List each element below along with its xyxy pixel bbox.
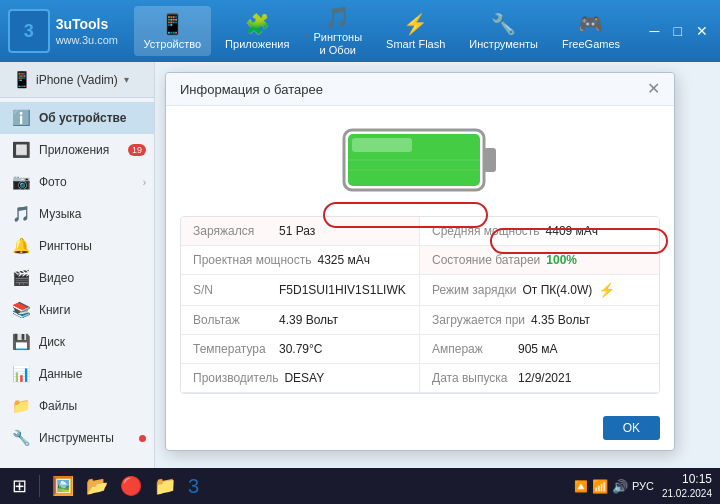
- sidebar-item-photo[interactable]: 📷 Фото ›: [0, 166, 154, 198]
- info-cell-дата-выпуска: Дата выпуска12/9/2021: [420, 364, 659, 393]
- sidebar: 📱 iPhone (Vadim) ▾ ℹ️ Об устройстве 🔲 Пр…: [0, 62, 155, 504]
- close-window-button[interactable]: ✕: [692, 21, 712, 41]
- taskbar-icon-5[interactable]: 3: [184, 473, 203, 500]
- info-cell-ампераж: Ампераж905 мА: [420, 335, 659, 364]
- smartflash-nav-icon: ⚡: [403, 12, 428, 36]
- dialog-close-button[interactable]: ✕: [647, 81, 660, 97]
- chevron-down-icon: ▾: [124, 74, 129, 85]
- sidebar-item-apps-label: Приложения: [39, 143, 109, 157]
- sidebar-item-data[interactable]: 📊 Данные: [0, 358, 154, 390]
- field-label: Дата выпуска: [432, 371, 512, 385]
- apps-badge: 19: [128, 144, 146, 156]
- taskbar-start-icon[interactable]: ⊞: [8, 473, 31, 499]
- info-cell-загружается-при: Загружается при4.35 Вольт: [420, 306, 659, 335]
- battery-dialog: Информация о батарее ✕: [165, 72, 675, 451]
- taskbar-icon-4[interactable]: 📁: [150, 473, 180, 499]
- field-label: Загружается при: [432, 313, 525, 327]
- sidebar-item-books[interactable]: 📚 Книги: [0, 294, 154, 326]
- device-nav-icon: 📱: [160, 12, 185, 36]
- apps-icon: 🔲: [12, 141, 31, 159]
- data-icon: 📊: [12, 365, 31, 383]
- taskbar-icon-1[interactable]: 🖼️: [48, 473, 78, 499]
- nav-device-label: Устройство: [144, 38, 202, 50]
- field-value: От ПК(4.0W): [523, 283, 593, 297]
- info-cell-заряжался: Заряжался51 Раз: [181, 217, 420, 246]
- taskbar: ⊞ 🖼️ 📂 🔴 📁 3 🔼 📶 🔊 РУС 10:15 21.02.2024: [0, 468, 720, 504]
- sidebar-item-apps[interactable]: 🔲 Приложения 19: [0, 134, 154, 166]
- info-cell-состояние-батареи: Состояние батареи100%: [420, 246, 659, 275]
- tools-nav-icon: 🔧: [491, 12, 516, 36]
- nav-freegames[interactable]: 🎮 FreeGames: [552, 6, 630, 56]
- nav-smartflash-label: Smart Flash: [386, 38, 445, 50]
- photo-arrow-icon: ›: [143, 177, 146, 188]
- device-selector[interactable]: 📱 iPhone (Vadim) ▾: [0, 62, 154, 98]
- nav-smartflash[interactable]: ⚡ Smart Flash: [376, 6, 455, 56]
- taskbar-right: 🔼 📶 🔊 РУС 10:15 21.02.2024: [574, 472, 712, 501]
- field-value: 100%: [546, 253, 577, 267]
- field-value: 4325 мАч: [318, 253, 371, 267]
- minimize-button[interactable]: ─: [646, 21, 664, 41]
- dialog-header: Информация о батарее ✕: [166, 73, 674, 106]
- nav-device[interactable]: 📱 Устройство: [134, 6, 212, 56]
- sidebar-items: ℹ️ Об устройстве 🔲 Приложения 19 📷 Фото …: [0, 98, 154, 504]
- maximize-button[interactable]: □: [670, 21, 686, 41]
- dialog-title: Информация о батарее: [180, 82, 323, 97]
- sidebar-item-files[interactable]: 📁 Файлы: [0, 390, 154, 422]
- taskbar-icon-3[interactable]: 🔴: [116, 473, 146, 499]
- sidebar-item-ringtones[interactable]: 🔔 Рингтоны: [0, 230, 154, 262]
- video-icon: 🎬: [12, 269, 31, 287]
- info-cell-режим-зарядки: Режим зарядкиОт ПК(4.0W)⚡: [420, 275, 659, 306]
- sidebar-item-disk-label: Диск: [39, 335, 65, 349]
- photo-icon: 📷: [12, 173, 31, 191]
- info-cell-вольтаж: Вольтаж4.39 Вольт: [181, 306, 420, 335]
- battery-visual: [180, 120, 660, 200]
- sidebar-item-music[interactable]: 🎵 Музыка: [0, 198, 154, 230]
- field-label: Производитель: [193, 371, 278, 385]
- field-label: Заряжался: [193, 224, 273, 238]
- lang-label: РУС: [632, 480, 654, 492]
- field-value: 4.35 Вольт: [531, 313, 590, 327]
- logo-icon: 3: [8, 9, 50, 53]
- ringtones-nav-icon: 🎵: [325, 5, 350, 29]
- music-icon: 🎵: [12, 205, 31, 223]
- field-value: DESAY: [284, 371, 324, 385]
- app-site: www.3u.com: [56, 33, 118, 47]
- files-icon: 📁: [12, 397, 31, 415]
- ok-button[interactable]: OK: [603, 416, 660, 440]
- sidebar-item-disk[interactable]: 💾 Диск: [0, 326, 154, 358]
- tools-dot-badge: [139, 435, 146, 442]
- taskbar-clock: 10:15 21.02.2024: [662, 472, 712, 501]
- sidebar-item-files-label: Файлы: [39, 399, 77, 413]
- sidebar-item-about[interactable]: ℹ️ Об устройстве: [0, 102, 154, 134]
- nav-apps-label: Приложения: [225, 38, 289, 50]
- system-tray-icons: 🔼 📶 🔊 РУС: [574, 479, 654, 494]
- nav-ringtones[interactable]: 🎵 Рингтоныи Обои: [303, 0, 372, 63]
- field-label: Температура: [193, 342, 273, 356]
- field-label: Проектная мощность: [193, 253, 312, 267]
- svg-rect-1: [484, 148, 496, 172]
- taskbar-separator-1: [39, 475, 40, 497]
- main-area: 📱 iPhone (Vadim) ▾ ℹ️ Об устройстве 🔲 Пр…: [0, 62, 720, 504]
- field-label: Ампераж: [432, 342, 512, 356]
- field-value: 12/9/2021: [518, 371, 571, 385]
- ringtones-icon: 🔔: [12, 237, 31, 255]
- field-label: Режим зарядки: [432, 283, 517, 297]
- wifi-icon: 📶: [592, 479, 608, 494]
- topbar-actions: ─ □ ✕: [646, 21, 712, 41]
- field-label: Вольтаж: [193, 313, 273, 327]
- nav-freegames-label: FreeGames: [562, 38, 620, 50]
- bolt-icon: ⚡: [598, 282, 615, 298]
- freegames-nav-icon: 🎮: [578, 12, 603, 36]
- sidebar-item-tools[interactable]: 🔧 Инструменты: [0, 422, 154, 454]
- field-value: 30.79°C: [279, 342, 323, 356]
- nav-tools[interactable]: 🔧 Инструменты: [459, 6, 548, 56]
- nav-tools-label: Инструменты: [469, 38, 538, 50]
- field-label: Средняя мощность: [432, 224, 540, 238]
- sidebar-item-video[interactable]: 🎬 Видео: [0, 262, 154, 294]
- info-grid: Заряжался51 РазСредняя мощность4409 мАчП…: [180, 216, 660, 394]
- device-name: iPhone (Vadim): [36, 73, 118, 87]
- battery-svg: [340, 120, 500, 200]
- taskbar-icon-2[interactable]: 📂: [82, 473, 112, 499]
- field-value: F5D1SUI1HIV1S1LIWK: [279, 283, 406, 297]
- nav-apps[interactable]: 🧩 Приложения: [215, 6, 299, 56]
